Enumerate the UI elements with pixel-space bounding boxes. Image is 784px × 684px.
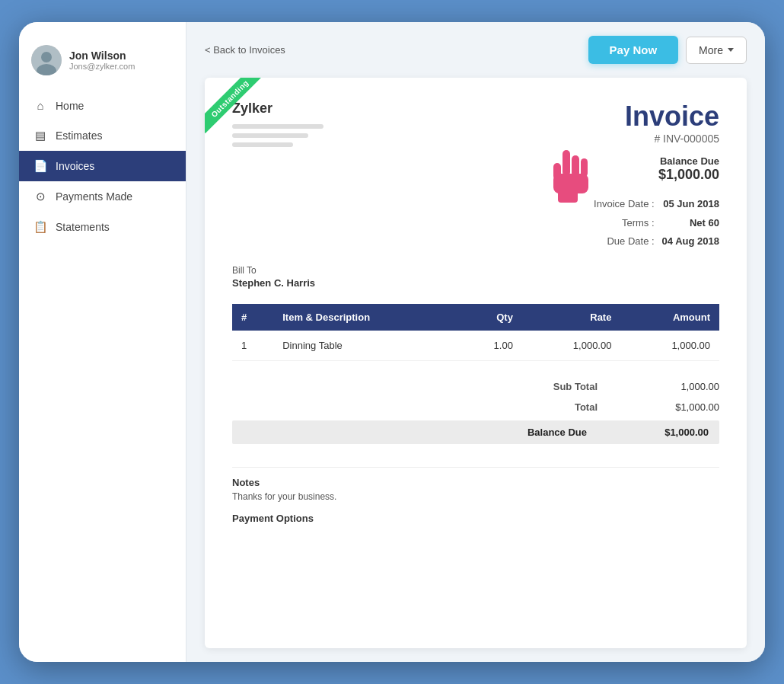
- total-value: $1,000.00: [643, 401, 719, 413]
- balance-due-row-label: Balance Due: [496, 427, 587, 438]
- payments-icon: ⊙: [33, 190, 48, 203]
- divider: [232, 467, 719, 468]
- main-content: < Back to Invoices Pay Now More Outstand…: [186, 22, 765, 662]
- totals-section: Sub Total 1,000.00 Total $1,000.00 Balan…: [232, 376, 719, 444]
- notes-label: Notes: [232, 477, 719, 488]
- user-info: Jon Wilson Jons@zylker.com: [69, 50, 135, 71]
- balance-due-label: Balance Due: [660, 155, 719, 167]
- sub-total-row: Sub Total 1,000.00: [232, 376, 719, 397]
- pay-now-button[interactable]: Pay Now: [588, 36, 679, 64]
- more-button[interactable]: More: [686, 37, 747, 64]
- invoice-header: Zylker Invoice # INV-000005 Balance Due …: [232, 101, 719, 183]
- avatar: [31, 45, 62, 75]
- table-header-row: # Item & Description Qty Rate Amount: [232, 304, 719, 331]
- home-icon: ⌂: [33, 99, 48, 112]
- sidebar: Jon Wilson Jons@zylker.com ⌂ Home ▤ Esti…: [19, 22, 186, 662]
- balance-due-amount: $1,000.00: [658, 167, 719, 183]
- col-header-amount: Amount: [620, 304, 719, 331]
- sub-total-value: 1,000.00: [643, 381, 719, 392]
- invoice-date-value: 05 Jun 2018: [662, 195, 719, 214]
- sidebar-item-home[interactable]: ⌂ Home: [19, 91, 186, 120]
- sidebar-item-home-label: Home: [56, 100, 84, 112]
- items-table: # Item & Description Qty Rate Amount 1Di…: [232, 304, 719, 361]
- sub-total-label: Sub Total: [506, 381, 598, 392]
- ribbon-wrap: Outstanding: [205, 78, 273, 146]
- user-email: Jons@zylker.com: [69, 62, 135, 71]
- col-header-desc: Item & Description: [273, 304, 457, 331]
- meta-labels: Invoice Date : Terms : Due Date :: [594, 195, 655, 251]
- payment-options-label: Payment Options: [232, 513, 719, 524]
- total-row: Total $1,000.00: [232, 397, 719, 417]
- terms-value: Net 60: [662, 214, 719, 233]
- col-header-num: #: [232, 304, 273, 331]
- meta-values: 05 Jun 2018 Net 60 04 Aug 2018: [662, 195, 719, 251]
- total-label: Total: [506, 401, 598, 413]
- notes-text: Thanks for your business.: [232, 491, 719, 502]
- chevron-down-icon: [728, 48, 734, 52]
- col-header-rate: Rate: [522, 304, 621, 331]
- invoice-title-section: Invoice # INV-000005 Balance Due $1,000.…: [625, 101, 719, 183]
- invoice-card: Outstanding: [205, 78, 747, 648]
- sidebar-item-payments[interactable]: ⊙ Payments Made: [19, 181, 186, 212]
- back-to-invoices-link[interactable]: < Back to Invoices: [205, 44, 285, 56]
- bill-to-section: Bill To Stephen C. Harris: [232, 265, 719, 289]
- user-profile: Jon Wilson Jons@zylker.com: [19, 37, 186, 91]
- invoice-meta: Invoice Date : Terms : Due Date : 05 Jun…: [232, 195, 719, 251]
- invoice-title: Invoice: [625, 101, 719, 133]
- top-bar-actions: Pay Now More: [588, 36, 747, 64]
- balance-due-row-value: $1,000.00: [633, 427, 709, 438]
- sidebar-item-statements[interactable]: 📋 Statements: [19, 212, 186, 242]
- bill-to-name: Stephen C. Harris: [232, 277, 719, 289]
- sidebar-item-statements-label: Statements: [56, 221, 110, 233]
- invoices-icon: 📄: [33, 159, 48, 173]
- table-cell-description: Dinning Table: [273, 331, 457, 361]
- bill-to-label: Bill To: [232, 265, 719, 276]
- statements-icon: 📋: [33, 220, 48, 234]
- sidebar-item-invoices[interactable]: 📄 Invoices: [19, 151, 186, 181]
- sidebar-item-estimates[interactable]: ▤ Estimates: [19, 120, 186, 151]
- table-cell-amount: 1,000.00: [620, 331, 719, 361]
- due-date-value: 04 Aug 2018: [662, 232, 719, 251]
- invoice-date-label: Invoice Date :: [594, 195, 655, 214]
- due-date-label: Due Date :: [594, 232, 655, 251]
- more-button-label: More: [699, 44, 723, 56]
- balance-due-row: Balance Due $1,000.00: [232, 420, 719, 444]
- sidebar-item-invoices-label: Invoices: [56, 160, 94, 172]
- device-frame: Jon Wilson Jons@zylker.com ⌂ Home ▤ Esti…: [19, 22, 765, 662]
- sidebar-item-estimates-label: Estimates: [56, 129, 102, 142]
- table-cell-rate: 1,000.00: [522, 331, 621, 361]
- svg-point-1: [41, 52, 52, 62]
- notes-section: Notes Thanks for your business. Payment …: [232, 467, 719, 524]
- table-row: 1Dinning Table1.001,000.001,000.00: [232, 331, 719, 361]
- user-name: Jon Wilson: [69, 50, 135, 62]
- col-header-qty: Qty: [457, 304, 522, 331]
- sidebar-item-payments-label: Payments Made: [56, 190, 132, 203]
- top-bar: < Back to Invoices Pay Now More: [205, 36, 747, 64]
- outstanding-ribbon: Outstanding: [205, 78, 265, 133]
- terms-label: Terms :: [594, 214, 655, 233]
- table-cell-qty: 1.00: [457, 331, 522, 361]
- estimates-icon: ▤: [33, 129, 48, 142]
- table-cell-num: 1: [232, 331, 273, 361]
- invoice-number: # INV-000005: [654, 133, 719, 145]
